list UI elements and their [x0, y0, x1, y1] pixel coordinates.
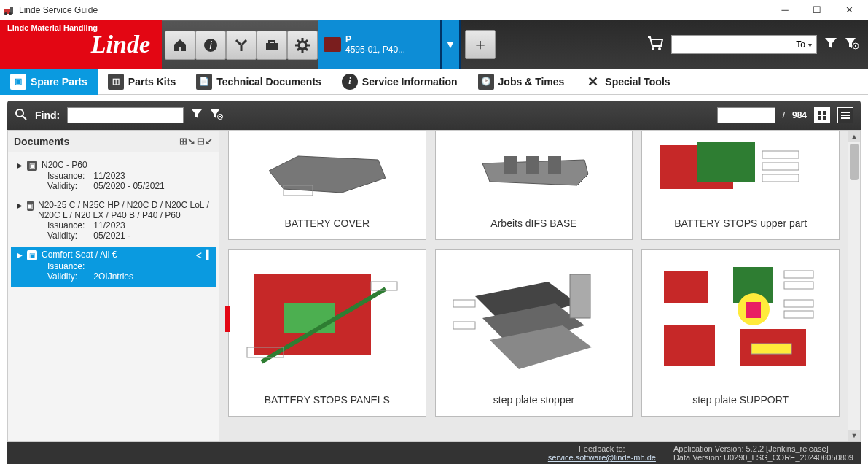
grid-view-button[interactable]: [814, 107, 830, 123]
svg-rect-32: [841, 115, 850, 116]
gallery-scrollbar[interactable]: ▲ ▼: [848, 131, 860, 441]
svg-rect-35: [504, 156, 517, 174]
tab-service-information[interactable]: i Service Information: [332, 69, 468, 95]
part-card[interactable]: BATTERY STOPS PANELS: [228, 249, 426, 417]
info-button[interactable]: i: [195, 31, 226, 60]
part-caption: Arbeits dIFS BASE: [436, 210, 633, 239]
svg-rect-39: [697, 142, 755, 182]
tab-jobs-times[interactable]: 🕑 Jobs & Times: [468, 69, 575, 95]
svg-line-14: [305, 48, 308, 50]
documents-sidebar: Documents ⊞↘ ⊟↙ ▶ ▣ N20C - P60 Issuance:…: [8, 131, 219, 441]
parts-grid: BATTERY COVER Arbeits dIFS BASE BATTERY …: [228, 131, 840, 417]
part-caption: BATTERY COVER: [229, 210, 426, 239]
find-input[interactable]: [67, 107, 184, 123]
data-version: Data Version: U0290_LSG_CORE_20240605080…: [673, 453, 853, 462]
page-input[interactable]: [717, 107, 775, 123]
node-nav-bar-icon[interactable]: ▍: [206, 250, 213, 260]
svg-rect-63: [784, 311, 813, 318]
svg-rect-44: [284, 303, 335, 333]
svg-point-22: [16, 109, 23, 117]
tab-special-tools[interactable]: ✕ Special Tools: [574, 69, 680, 95]
find-label: Find:: [35, 109, 60, 121]
node-title: N20C - P60: [42, 160, 87, 170]
expand-caret-icon[interactable]: ▶: [17, 251, 23, 259]
tools-button[interactable]: [226, 31, 257, 60]
chevron-down-icon: ▾: [808, 41, 812, 49]
svg-rect-31: [841, 112, 850, 113]
minimize-button[interactable]: ─: [769, 0, 801, 20]
svg-rect-28: [823, 111, 826, 115]
sidebar-header: Documents ⊞↘ ⊟↙: [8, 131, 219, 152]
gear-button[interactable]: [287, 31, 318, 60]
documents-icon: 📄: [196, 74, 212, 90]
svg-rect-42: [762, 174, 799, 182]
svg-rect-29: [818, 116, 821, 120]
feedback-email-link[interactable]: service.software@linde-mh.de: [548, 453, 656, 462]
expand-caret-icon[interactable]: ▶: [17, 201, 23, 209]
tab-label: Technical Documents: [216, 76, 321, 88]
maximize-button[interactable]: ☐: [801, 0, 833, 20]
vehicle-dropdown-button[interactable]: ▼: [442, 20, 461, 69]
svg-point-17: [652, 47, 654, 50]
spare-parts-icon: ▣: [10, 74, 26, 90]
collapse-all-icon[interactable]: ⊟↙: [197, 136, 213, 147]
toolbox-button[interactable]: [257, 31, 287, 60]
home-button[interactable]: [165, 31, 195, 60]
part-image: [642, 250, 839, 387]
search-icon: [15, 108, 28, 123]
cart-icon[interactable]: [646, 36, 664, 54]
scroll-down-icon[interactable]: ▼: [848, 430, 860, 441]
tools-icon: ✕: [584, 74, 601, 90]
vehicle-tab[interactable]: P 4595-01, P40...: [318, 20, 442, 69]
svg-rect-58: [664, 325, 715, 366]
doc-tag-icon: ▣: [27, 250, 37, 260]
filter-icon[interactable]: [824, 36, 837, 53]
part-card[interactable]: Arbeits dIFS BASE: [435, 131, 633, 240]
part-card[interactable]: step plate SUPPORT: [641, 249, 840, 417]
svg-rect-40: [762, 151, 799, 158]
app-version: Application Version: 5.2.2 [Jenkins_rele…: [673, 444, 853, 453]
part-caption: BATTERY STOPS upper part: [642, 210, 839, 239]
scroll-up-icon[interactable]: ▲: [848, 131, 860, 142]
validity-value: 05/2021 -: [93, 231, 130, 241]
svg-rect-52: [453, 300, 475, 307]
svg-rect-7: [269, 41, 275, 44]
tree-node-selected[interactable]: ▶ ▣ Comfort Seat / All € < ▍ Issuance: V…: [11, 247, 216, 287]
tab-label: Special Tools: [605, 76, 670, 88]
node-title: Comfort Seat / All €: [42, 250, 117, 260]
tab-label: Spare Parts: [31, 76, 87, 88]
svg-line-13: [297, 40, 300, 42]
filter-clear-icon[interactable]: [845, 36, 859, 53]
expand-all-icon[interactable]: ⊞↘: [179, 136, 195, 147]
tab-technical-documents[interactable]: 📄 Technical Documents: [186, 69, 332, 95]
feedback-block: Feedback to: service.software@linde-mh.d…: [548, 444, 656, 462]
filter-icon[interactable]: [191, 108, 203, 123]
part-card[interactable]: BATTERY STOPS upper part: [641, 131, 840, 240]
tab-label: Jobs & Times: [498, 76, 565, 88]
part-card[interactable]: step plate stopper: [435, 249, 633, 417]
expand-caret-icon[interactable]: ▶: [17, 161, 23, 169]
svg-point-8: [299, 42, 306, 49]
tab-parts-kits[interactable]: ◫ Parts Kits: [98, 69, 186, 95]
destination-select[interactable]: To ▾: [671, 35, 817, 54]
node-title: N20-25 C / N25C HP / N20C D / N20C LoL /…: [38, 200, 213, 220]
part-card[interactable]: BATTERY COVER: [228, 131, 426, 240]
svg-point-3: [9, 12, 12, 15]
issuance-value: 11/2023: [93, 220, 125, 231]
add-vehicle-button[interactable]: ＋: [465, 30, 496, 59]
vehicle-tab-text: P 4595-01, P40...: [345, 34, 405, 55]
feedback-label: Feedback to:: [548, 444, 656, 453]
issuance-label: Issuance:: [47, 171, 91, 181]
node-nav-prev-icon[interactable]: <: [196, 250, 202, 261]
version-block: Application Version: 5.2.2 [Jenkins_rele…: [673, 444, 853, 462]
tab-spare-parts[interactable]: ▣ Spare Parts: [0, 69, 98, 95]
tree-node[interactable]: ▶ ▣ N20-25 C / N25C HP / N20C D / N20C L…: [11, 197, 216, 247]
scroll-thumb[interactable]: [850, 144, 859, 180]
close-button[interactable]: ✕: [833, 0, 865, 20]
tree-node[interactable]: ▶ ▣ N20C - P60 Issuance: 11/2023 Validit…: [11, 157, 216, 197]
svg-rect-61: [784, 282, 813, 289]
page-total: 984: [792, 110, 807, 120]
filter-clear-icon[interactable]: [210, 108, 223, 123]
list-view-button[interactable]: [837, 107, 853, 123]
part-image: [229, 131, 426, 210]
